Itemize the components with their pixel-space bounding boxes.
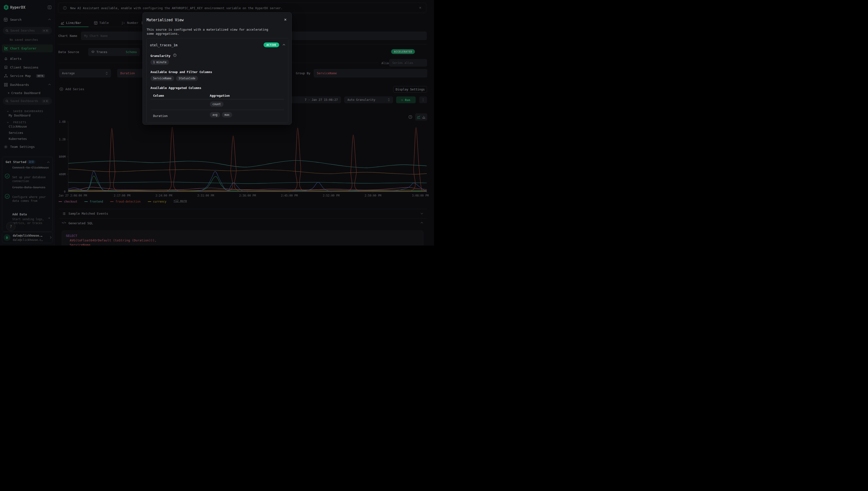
materialized-view-card: otel_traces_1m ACTIVE Granularity 1 minu… [146, 38, 288, 123]
table-divider [151, 110, 284, 110]
granularity-chip: 1 minute [150, 60, 169, 65]
group-filter-chip: ServiceName [150, 76, 174, 81]
aggregation-chip: avg [210, 112, 220, 117]
materialized-view-modal: Materialized View × This source is confi… [143, 12, 292, 125]
granularity-label: Granularity [150, 54, 171, 58]
modal-title: Materialized View [147, 18, 184, 22]
aggregated-label: Available Aggregated Columns [150, 86, 201, 90]
chevron-up-icon[interactable] [283, 44, 285, 47]
group-filter-label: Available Group and Filter Columns [150, 70, 212, 74]
table-header-column: Column [153, 94, 164, 97]
aggregation-chip: max [222, 112, 232, 117]
table-header-aggregation: Aggregation [210, 94, 230, 97]
group-filter-chip: StatusCode [176, 76, 198, 81]
aggregation-chip: count [210, 102, 223, 107]
table-cell-column: Duration [153, 114, 168, 118]
info-icon [173, 54, 177, 57]
table-divider [151, 99, 284, 99]
modal-description: This source is configured with a materia… [147, 28, 270, 36]
app-root: HyperDX Search Saved Searches ⌘ K No sav… [0, 0, 434, 246]
active-badge: ACTIVE [264, 42, 279, 47]
close-icon[interactable]: × [284, 17, 287, 22]
view-name: otel_traces_1m [150, 43, 177, 47]
